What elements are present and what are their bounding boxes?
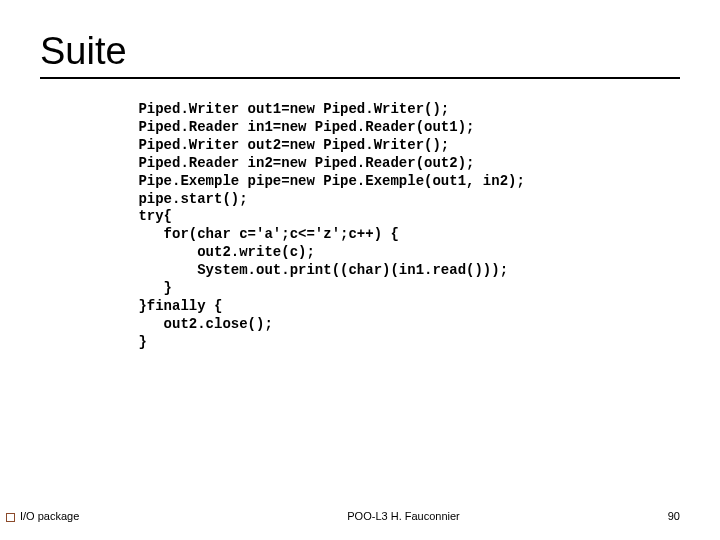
code-block: Piped.Writer out1=new Piped.Writer(); Pi… — [130, 101, 680, 352]
slide-footer: I/O package POO-L3 H. Fauconnier 90 — [0, 510, 720, 522]
footer-page-number: 90 — [668, 510, 680, 522]
footer-center: POO-L3 H. Fauconnier — [139, 510, 667, 522]
slide: Suite Piped.Writer out1=new Piped.Writer… — [0, 0, 720, 540]
title-rule — [40, 77, 680, 79]
slide-title: Suite — [40, 30, 680, 73]
footer-left: I/O package — [20, 510, 79, 522]
